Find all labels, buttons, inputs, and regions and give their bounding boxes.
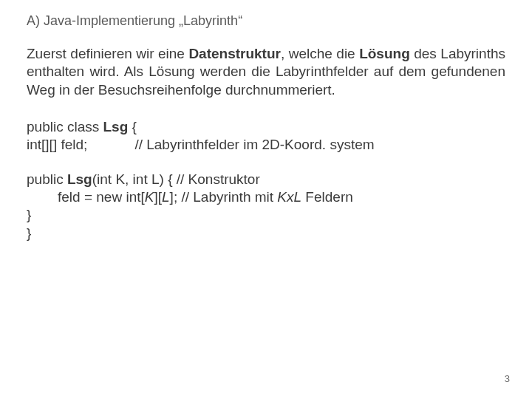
text: public class — [27, 119, 103, 134]
italic-kxl: KxL — [277, 189, 301, 205]
text: int[][] feld; — [27, 137, 87, 152]
text: Zuerst definieren wir eine — [27, 46, 188, 61]
document-page: A) Java-Implementierung „Labyrinth“ Zuer… — [0, 0, 532, 399]
section-heading: A) Java-Implementierung „Labyrinth“ — [27, 13, 505, 29]
text: ]; // Labyrinth mit — [170, 189, 278, 205]
intro-paragraph: Zuerst definieren wir eine Datenstruktur… — [27, 45, 505, 99]
bold-loesung: Lösung — [359, 46, 410, 61]
code-line: public class Lsg { — [27, 118, 505, 136]
code-line: } — [27, 225, 505, 242]
code-block-1: public class Lsg { int[][] feld;// Labyr… — [27, 118, 505, 154]
bold-datenstruktur: Datenstruktur — [188, 46, 281, 61]
italic-k: K — [145, 189, 154, 205]
code-line: } — [27, 206, 505, 224]
italic-l: L — [162, 189, 170, 205]
text: { — [128, 119, 137, 134]
comment: // Labyrinthfelder im 2D-Koord. system — [134, 137, 374, 152]
code-line: int[][] feld;// Labyrinthfelder im 2D-Ko… — [27, 136, 505, 154]
text: public — [27, 171, 67, 187]
text: ][ — [154, 189, 162, 205]
text: , welche die — [281, 46, 359, 61]
constructor-name: Lsg — [67, 171, 92, 187]
class-name: Lsg — [103, 119, 129, 134]
text: (int K, int L) { // Konstruktor — [92, 171, 260, 187]
page-number: 3 — [505, 373, 510, 384]
text: Feldern — [301, 189, 353, 205]
text: feld = new int[ — [58, 189, 145, 205]
code-line: feld = new int[K][L]; // Labyrinth mit K… — [27, 188, 505, 206]
code-line: public Lsg(int K, int L) { // Konstrukto… — [27, 171, 505, 188]
code-block-2: public Lsg(int K, int L) { // Konstrukto… — [27, 171, 505, 242]
